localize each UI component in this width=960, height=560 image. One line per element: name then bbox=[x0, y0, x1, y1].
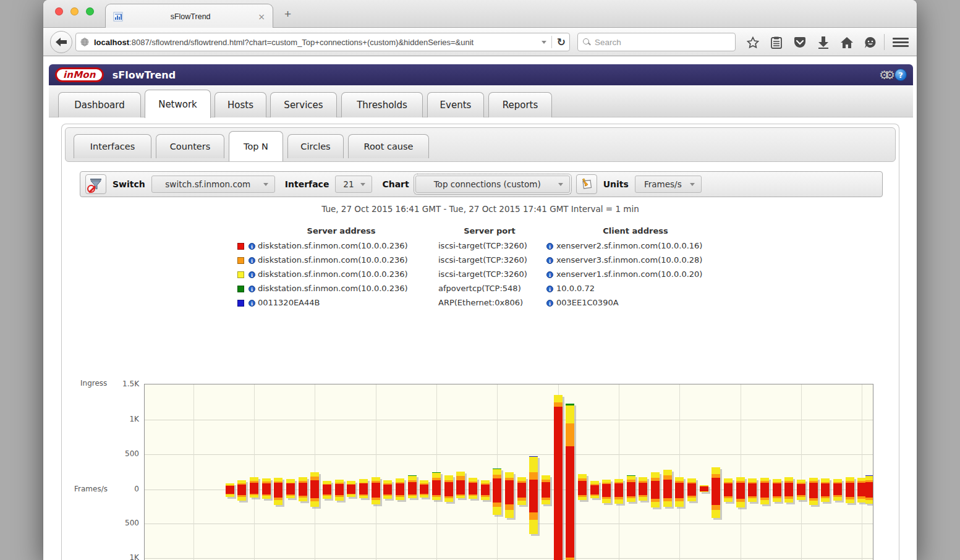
main-tab-events[interactable]: Events bbox=[427, 92, 484, 117]
egress-bar[interactable] bbox=[517, 490, 526, 505]
browser-tab[interactable]: sFlowTrend × bbox=[105, 4, 273, 28]
egress-bar[interactable] bbox=[469, 490, 477, 499]
ingress-bar[interactable] bbox=[226, 483, 234, 490]
ingress-bar[interactable] bbox=[627, 475, 635, 490]
egress-bar[interactable] bbox=[323, 490, 331, 499]
ingress-bar[interactable] bbox=[517, 477, 526, 490]
tab-close-icon[interactable]: × bbox=[258, 12, 265, 22]
ingress-bar[interactable] bbox=[590, 481, 599, 490]
egress-bar[interactable] bbox=[712, 490, 720, 518]
url-text[interactable]: localhost:8087/sflowtrend/sflowtrend.htm… bbox=[94, 38, 542, 47]
egress-bar[interactable] bbox=[359, 490, 368, 498]
egress-bar[interactable] bbox=[286, 490, 295, 498]
home-button[interactable] bbox=[838, 36, 856, 49]
main-tab-dashboard[interactable]: Dashboard bbox=[58, 92, 141, 117]
info-icon[interactable]: i bbox=[546, 257, 553, 264]
ingress-bar[interactable] bbox=[784, 477, 793, 490]
ingress-bar[interactable] bbox=[262, 478, 271, 490]
egress-bar[interactable] bbox=[226, 490, 234, 497]
bookmark-star-button[interactable] bbox=[744, 36, 762, 49]
egress-bar[interactable] bbox=[372, 490, 380, 504]
ingress-bar[interactable] bbox=[542, 475, 550, 490]
chart-type-dropdown[interactable]: Top connections (custom) bbox=[415, 176, 570, 193]
ingress-bar[interactable] bbox=[602, 480, 611, 490]
menu-button[interactable] bbox=[893, 36, 909, 48]
main-tab-network[interactable]: Network bbox=[145, 90, 211, 118]
egress-bar[interactable] bbox=[760, 490, 769, 504]
ingress-bar[interactable] bbox=[432, 472, 441, 490]
egress-bar[interactable] bbox=[590, 490, 599, 498]
search-bar[interactable]: Search bbox=[577, 33, 736, 51]
ingress-bar[interactable] bbox=[286, 479, 295, 490]
egress-bar[interactable] bbox=[846, 490, 854, 503]
egress-bar[interactable] bbox=[420, 490, 428, 498]
info-icon[interactable]: i bbox=[248, 286, 255, 292]
info-icon[interactable]: i bbox=[248, 243, 255, 250]
pocket-button[interactable] bbox=[791, 36, 809, 49]
ingress-bar[interactable] bbox=[456, 472, 465, 490]
ingress-bar[interactable] bbox=[712, 467, 720, 490]
edit-chart-button[interactable] bbox=[576, 174, 597, 194]
filter-button[interactable] bbox=[85, 174, 106, 194]
ingress-bar[interactable] bbox=[383, 480, 392, 490]
ingress-bar[interactable] bbox=[250, 477, 258, 490]
main-tab-services[interactable]: Services bbox=[270, 92, 337, 117]
egress-bar[interactable] bbox=[237, 490, 246, 501]
ingress-bar[interactable] bbox=[797, 480, 805, 490]
egress-bar[interactable] bbox=[262, 490, 271, 499]
ingress-bar[interactable] bbox=[639, 477, 647, 490]
legend-row[interactable]: i0011320EA44BARP(Ethernet:0x806)i003EE1C… bbox=[62, 298, 899, 308]
ingress-bar[interactable] bbox=[420, 480, 428, 490]
egress-bar[interactable] bbox=[432, 490, 441, 500]
ingress-bar[interactable] bbox=[529, 456, 538, 490]
ingress-bar[interactable] bbox=[359, 479, 368, 490]
egress-bar[interactable] bbox=[614, 490, 623, 504]
reload-button[interactable]: ↻ bbox=[557, 37, 566, 48]
info-icon[interactable]: i bbox=[248, 300, 255, 307]
ingress-bar[interactable] bbox=[444, 475, 453, 490]
ingress-bar[interactable] bbox=[299, 477, 307, 490]
egress-bar[interactable] bbox=[347, 490, 355, 497]
plot-area[interactable] bbox=[144, 384, 873, 560]
new-tab-button[interactable]: + bbox=[284, 7, 291, 21]
main-tab-reports[interactable]: Reports bbox=[488, 92, 552, 117]
egress-bar[interactable] bbox=[529, 490, 538, 534]
legend-row[interactable]: idiskstation.sf.inmon.com(10.0.0.236)isc… bbox=[62, 269, 899, 280]
ingress-bar[interactable] bbox=[310, 472, 319, 490]
ingress-bar[interactable] bbox=[651, 472, 660, 490]
ingress-bar[interactable] bbox=[773, 479, 781, 490]
sub-tab-interfaces[interactable]: Interfaces bbox=[74, 134, 151, 158]
egress-bar[interactable] bbox=[833, 490, 842, 501]
egress-bar[interactable] bbox=[724, 490, 733, 502]
ingress-bar[interactable] bbox=[469, 478, 477, 490]
egress-bar[interactable] bbox=[274, 490, 282, 505]
units-dropdown[interactable]: Frames/s bbox=[635, 176, 702, 193]
ingress-bar[interactable] bbox=[748, 478, 757, 490]
egress-bar[interactable] bbox=[602, 490, 611, 503]
egress-bar[interactable] bbox=[809, 490, 818, 505]
ingress-bar[interactable] bbox=[760, 478, 769, 490]
legend-row[interactable]: idiskstation.sf.inmon.com(10.0.0.236)isc… bbox=[62, 255, 899, 266]
ingress-bar[interactable] bbox=[505, 472, 514, 490]
settings-gears-icon[interactable]: ⚙⚙ bbox=[879, 69, 890, 81]
downloads-button[interactable] bbox=[814, 36, 833, 49]
egress-bar[interactable] bbox=[748, 490, 757, 502]
info-icon[interactable]: i bbox=[248, 271, 255, 278]
url-bar[interactable]: localhost:8087/sflowtrend/sflowtrend.htm… bbox=[75, 33, 570, 51]
interface-dropdown[interactable]: 21 bbox=[335, 176, 372, 193]
sub-tab-root-cause[interactable]: Root cause bbox=[348, 134, 429, 158]
egress-bar[interactable] bbox=[383, 490, 392, 499]
ingress-bar[interactable] bbox=[846, 477, 854, 490]
egress-bar[interactable] bbox=[578, 490, 587, 500]
egress-bar[interactable] bbox=[456, 490, 465, 498]
switch-dropdown[interactable]: switch.sf.inmon.com bbox=[151, 176, 275, 193]
egress-bar[interactable] bbox=[675, 490, 684, 507]
egress-bar[interactable] bbox=[310, 490, 319, 507]
ingress-bar[interactable] bbox=[614, 479, 623, 490]
egress-bar[interactable] bbox=[773, 490, 781, 502]
ingress-bar[interactable] bbox=[724, 478, 733, 490]
egress-bar[interactable] bbox=[865, 490, 873, 504]
egress-bar[interactable] bbox=[444, 490, 453, 502]
url-dropdown-icon[interactable] bbox=[542, 41, 546, 44]
egress-bar[interactable] bbox=[566, 490, 574, 560]
